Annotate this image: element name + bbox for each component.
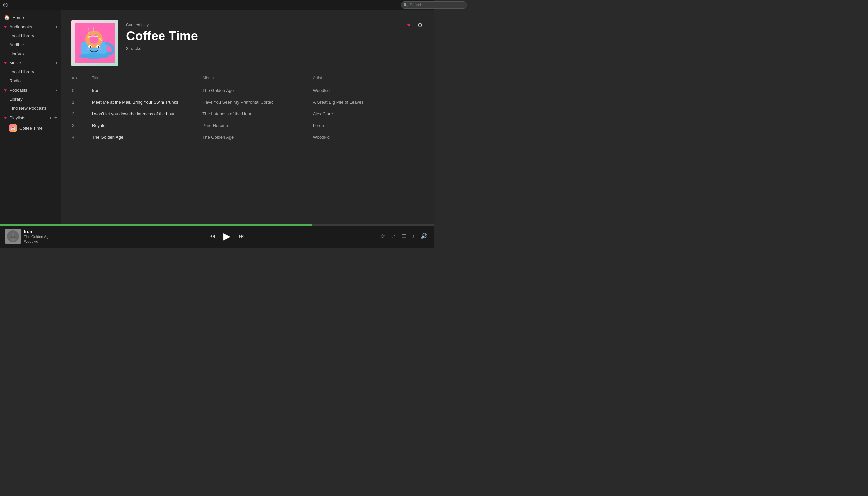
- table-row[interactable]: 3 Royals Pure Heroine Lorde: [68, 120, 427, 131]
- track-artist-1: A Great Big Pile of Leaves: [313, 100, 423, 105]
- main-content: Curated playlist Coffee Time 3 tracks ♥ …: [62, 10, 434, 224]
- table-row[interactable]: 1 Meet Me at the Mall, Bring Your Swim T…: [68, 96, 427, 108]
- sidebar-label-home: Home: [12, 15, 58, 20]
- sidebar-label-find-new-podcasts: Find New Podcasts: [9, 106, 58, 111]
- queue-button[interactable]: ☰: [400, 232, 407, 240]
- playlist-cover: [72, 20, 118, 66]
- track-album-0: The Golden Age: [202, 88, 313, 93]
- sidebar-item-find-new-podcasts[interactable]: Find New Podcasts: [0, 104, 62, 113]
- col-header-artist: Artist: [313, 76, 423, 80]
- sidebar-label-audiobooks: Audiobooks: [9, 24, 53, 29]
- titlebar-left: [3, 2, 8, 7]
- sidebar-item-podcasts[interactable]: ♥ Podcasts ▾: [0, 86, 62, 95]
- table-row[interactable]: 0 Iron The Golden Age Woodkid: [68, 85, 427, 96]
- chevron-down-icon-podcasts: ▾: [56, 89, 58, 92]
- svg-point-15: [87, 48, 90, 50]
- player-track-name: Iron: [24, 229, 50, 234]
- sidebar-item-music[interactable]: ♥ Music ▾: [0, 58, 62, 67]
- volume-button[interactable]: 🔊: [420, 232, 429, 240]
- chevron-down-icon-audiobooks: ▾: [56, 25, 58, 29]
- track-artist-4: Woodkid: [313, 135, 423, 140]
- player-track-artist: Woodkid: [24, 239, 50, 243]
- col-num-label: #: [72, 76, 75, 80]
- svg-point-0: [3, 3, 7, 7]
- track-album-3: Pure Heroine: [202, 123, 313, 128]
- sidebar-label-music: Music: [9, 61, 53, 65]
- player-right-controls: ⟳ ⇌ ☰ ♪ 🔊: [376, 232, 429, 240]
- svg-point-20: [11, 233, 15, 238]
- heart-icon-music: ♥: [4, 60, 7, 65]
- sidebar-label-local-library-2: Local Library: [9, 69, 58, 75]
- sidebar-item-audiobooks[interactable]: ♥ Audiobooks ▾: [0, 22, 62, 31]
- tracks-table-header: # ▾ Title Album Artist: [68, 73, 427, 83]
- track-artist-2: Alex Clare: [313, 111, 423, 117]
- svg-point-13: [90, 46, 91, 48]
- sidebar-item-librivox[interactable]: LibriVox: [0, 49, 62, 58]
- track-title-4: The Golden Age: [92, 135, 202, 140]
- sidebar-item-radio[interactable]: Radio: [0, 76, 62, 86]
- favorite-button[interactable]: ♥: [406, 20, 412, 30]
- sidebar-item-playlists[interactable]: ♥ Playlists ▾ +: [0, 113, 62, 123]
- sidebar-item-local-library[interactable]: Local Library: [0, 31, 62, 40]
- previous-button[interactable]: ⏮: [208, 231, 217, 241]
- lyrics-button[interactable]: ♪: [411, 233, 416, 240]
- heart-icon-podcasts: ♥: [4, 88, 7, 93]
- sidebar-label-audible: Audible: [9, 42, 58, 47]
- svg-point-4: [79, 53, 109, 59]
- col-header-title: Title: [92, 76, 202, 80]
- sidebar-item-library[interactable]: Library: [0, 95, 62, 104]
- playlist-tracks-count: 3 tracks: [126, 46, 424, 51]
- sidebar: 🏠 Home ♥ Audiobooks ▾ Local Library Audi…: [0, 10, 62, 224]
- track-num-0: 0: [72, 88, 92, 93]
- progress-fill: [0, 224, 312, 226]
- track-artist-3: Lorde: [313, 123, 423, 128]
- table-row[interactable]: 2 i won't let you downthe lateness of th…: [68, 108, 427, 120]
- track-album-4: The Golden Age: [202, 135, 313, 140]
- track-title-2: i won't let you downthe lateness of the …: [92, 111, 202, 117]
- shuffle-button[interactable]: ⇌: [390, 232, 397, 240]
- heart-icon-playlists: ♥: [4, 115, 7, 120]
- player-art-svg: [5, 229, 21, 244]
- titlebar-search-area: 🔍: [401, 1, 434, 9]
- player-bar: Iron The Golden Age Woodkid ⏮ ▶ ⏭ ⟳ ⇌ ☰ …: [0, 224, 434, 248]
- coffee-time-thumb: ☕: [9, 124, 17, 131]
- col-header-num: # ▾: [72, 76, 92, 80]
- search-icon: 🔍: [404, 3, 408, 7]
- titlebar: 🔍 — ⬜ ✕: [0, 0, 434, 10]
- heart-icon-audiobooks: ♥: [4, 24, 7, 29]
- sidebar-label-librivox: LibriVox: [9, 51, 58, 56]
- add-playlist-icon[interactable]: +: [54, 115, 58, 121]
- play-pause-button[interactable]: ▶: [222, 229, 232, 243]
- sidebar-label-playlists: Playlists: [9, 115, 47, 120]
- next-button[interactable]: ⏭: [237, 231, 246, 241]
- sidebar-item-audible[interactable]: Audible: [0, 40, 62, 49]
- col-header-album: Album: [202, 76, 313, 80]
- sidebar-item-home[interactable]: 🏠 Home: [0, 13, 62, 22]
- sidebar-label-library: Library: [9, 97, 58, 102]
- playlist-cover-art: [75, 23, 115, 63]
- sidebar-item-local-library-2[interactable]: Local Library: [0, 67, 62, 76]
- tracks-table: # ▾ Title Album Artist 0 Iron The Golden…: [62, 73, 434, 143]
- track-title-0: Iron: [92, 88, 202, 93]
- player-controls: ⏮ ▶ ⏭: [82, 229, 372, 243]
- svg-point-21: [10, 238, 16, 241]
- home-icon: 🏠: [4, 15, 10, 20]
- player-progress[interactable]: [0, 224, 434, 226]
- sort-icon: ▾: [76, 76, 77, 80]
- svg-point-14: [98, 46, 99, 48]
- track-num-2: 2: [72, 111, 92, 117]
- track-num-3: 3: [72, 123, 92, 128]
- table-row[interactable]: 4 The Golden Age The Golden Age Woodkid: [68, 131, 427, 143]
- track-artist-0: Woodkid: [313, 88, 423, 93]
- progress-background: [0, 224, 434, 226]
- chevron-down-icon-playlists: ▾: [49, 116, 51, 120]
- settings-button[interactable]: ⚙: [416, 20, 424, 30]
- repeat-button[interactable]: ⟳: [379, 232, 386, 240]
- track-album-2: The Lateness of the Hour: [202, 111, 313, 117]
- app-body: 🏠 Home ♥ Audiobooks ▾ Local Library Audi…: [0, 10, 434, 224]
- sidebar-item-coffee-time[interactable]: ☕ Coffee Time: [0, 123, 62, 133]
- sidebar-label-local-library: Local Library: [9, 33, 58, 38]
- playlist-header: Curated playlist Coffee Time 3 tracks ♥ …: [62, 10, 434, 73]
- playlist-type-label: Curated playlist: [126, 22, 424, 27]
- track-title-3: Royals: [92, 123, 202, 128]
